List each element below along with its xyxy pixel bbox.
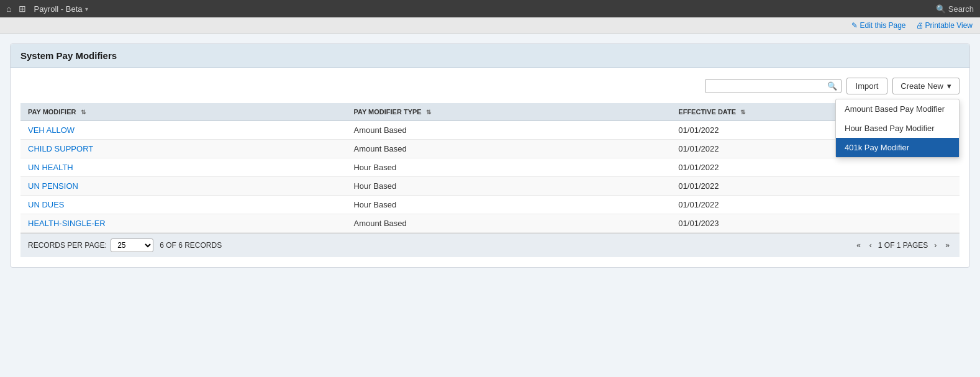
app-title-text: Payroll - Beta bbox=[34, 4, 82, 14]
panel-body: 🔍 Import Create New ▾ Amount Based Pay M… bbox=[11, 68, 969, 267]
app-title-chevron[interactable]: ▾ bbox=[85, 6, 88, 12]
effective-date-cell: 01/01/2022 bbox=[671, 196, 960, 214]
dropdown-item-amount-based[interactable]: Amount Based Pay Modifier bbox=[836, 99, 959, 119]
dropdown-item-401k[interactable]: 401k Pay Modifier bbox=[836, 138, 959, 157]
panel-header: System Pay Modifiers bbox=[11, 44, 969, 68]
pay-modifier-cell: UN HEALTH bbox=[20, 158, 346, 177]
import-button[interactable]: Import bbox=[846, 78, 888, 94]
table-row: CHILD SUPPORTAmount Based01/01/2022 bbox=[20, 140, 960, 158]
sort-icon-pay-modifier-type[interactable]: ⇅ bbox=[426, 109, 431, 116]
records-per-page: RECORDS PER PAGE: 25 50 100 bbox=[28, 238, 153, 252]
records-per-page-select[interactable]: 25 50 100 bbox=[111, 238, 153, 252]
create-new-dropdown: Amount Based Pay Modifier Hour Based Pay… bbox=[835, 99, 960, 158]
app-title: Payroll - Beta ▾ bbox=[34, 4, 88, 14]
pay-modifier-cell: HEALTH-SINGLE-ER bbox=[20, 214, 346, 233]
toolbar-row: 🔍 Import Create New ▾ Amount Based Pay M… bbox=[20, 78, 960, 94]
pay-modifier-type-cell: Amount Based bbox=[346, 121, 671, 140]
first-page-button[interactable]: « bbox=[854, 240, 863, 251]
table-row: UN HEALTHHour Based01/01/2022 bbox=[20, 158, 960, 177]
page-panel: System Pay Modifiers 🔍 Import Create New… bbox=[10, 43, 970, 268]
search-label[interactable]: Search bbox=[948, 4, 974, 14]
print-icon: 🖨 bbox=[916, 21, 923, 30]
effective-date-cell: 01/01/2022 bbox=[671, 158, 960, 177]
pagination-controls: « ‹ 1 OF 1 PAGES › » bbox=[854, 240, 952, 251]
pay-modifier-link[interactable]: CHILD SUPPORT bbox=[28, 144, 93, 153]
last-page-button[interactable]: » bbox=[943, 240, 952, 251]
create-new-label: Create New bbox=[901, 81, 943, 91]
col-pay-modifier: PAY MODIFIER ⇅ bbox=[20, 103, 346, 121]
edit-page-label: Edit this Page bbox=[860, 21, 905, 30]
pagination-row: RECORDS PER PAGE: 25 50 100 6 OF 6 RECOR… bbox=[20, 233, 960, 257]
col-pay-modifier-type: PAY MODIFIER TYPE ⇅ bbox=[346, 103, 671, 121]
printable-view-link[interactable]: 🖨 Printable View bbox=[916, 21, 973, 30]
pay-modifier-cell: CHILD SUPPORT bbox=[20, 140, 346, 158]
search-box[interactable]: 🔍 bbox=[705, 79, 842, 93]
sort-icon-pay-modifier[interactable]: ⇅ bbox=[81, 109, 86, 116]
sort-icon-effective-date[interactable]: ⇅ bbox=[740, 109, 745, 116]
create-new-button[interactable]: Create New ▾ bbox=[892, 78, 960, 94]
table-row: HEALTH-SINGLE-ERAmount Based01/01/2023 bbox=[20, 214, 960, 233]
next-page-button[interactable]: › bbox=[932, 240, 939, 251]
global-search[interactable]: 🔍 Search bbox=[936, 4, 974, 14]
search-input[interactable] bbox=[709, 81, 827, 91]
table-row: VEH ALLOWAmount Based01/01/2022 bbox=[20, 121, 960, 140]
create-new-chevron: ▾ bbox=[947, 81, 951, 91]
prev-page-button[interactable]: ‹ bbox=[867, 240, 874, 251]
home-icon[interactable]: ⌂ bbox=[6, 4, 11, 14]
effective-date-cell: 01/01/2023 bbox=[671, 214, 960, 233]
pay-modifier-link[interactable]: UN DUES bbox=[28, 200, 65, 209]
table-row: UN PENSIONHour Based01/01/2022 bbox=[20, 177, 960, 196]
table-header-row: PAY MODIFIER ⇅ PAY MODIFIER TYPE ⇅ EFFEC… bbox=[20, 103, 960, 121]
pay-modifier-link[interactable]: UN HEALTH bbox=[28, 163, 73, 172]
pay-modifier-type-cell: Hour Based bbox=[346, 196, 671, 214]
records-per-page-label: RECORDS PER PAGE: bbox=[28, 241, 107, 250]
top-nav: ⌂ ⊞ Payroll - Beta ▾ 🔍 Search bbox=[0, 0, 980, 17]
pay-modifier-link[interactable]: HEALTH-SINGLE-ER bbox=[28, 219, 106, 228]
pay-modifier-cell: UN DUES bbox=[20, 196, 346, 214]
action-bar: ✎ Edit this Page 🖨 Printable View bbox=[0, 17, 980, 34]
effective-date-cell: 01/01/2022 bbox=[671, 177, 960, 196]
main-content: System Pay Modifiers 🔍 Import Create New… bbox=[0, 34, 980, 377]
pay-modifier-type-cell: Amount Based bbox=[346, 140, 671, 158]
table-row: UN DUESHour Based01/01/2022 bbox=[20, 196, 960, 214]
pay-modifier-type-cell: Amount Based bbox=[346, 214, 671, 233]
app-switcher-icon[interactable]: ⊞ bbox=[19, 4, 26, 14]
panel-title: System Pay Modifiers bbox=[20, 50, 117, 61]
pay-modifier-type-cell: Hour Based bbox=[346, 158, 671, 177]
dropdown-item-hour-based[interactable]: Hour Based Pay Modifier bbox=[836, 119, 959, 138]
pay-modifiers-table: PAY MODIFIER ⇅ PAY MODIFIER TYPE ⇅ EFFEC… bbox=[20, 103, 960, 233]
edit-page-link[interactable]: ✎ Edit this Page bbox=[851, 21, 905, 30]
records-count: 6 OF 6 RECORDS bbox=[160, 241, 222, 250]
edit-page-icon: ✎ bbox=[851, 21, 858, 30]
search-icon: 🔍 bbox=[936, 4, 946, 14]
pay-modifier-link[interactable]: VEH ALLOW bbox=[28, 125, 75, 135]
page-info: 1 OF 1 PAGES bbox=[878, 241, 928, 250]
printable-view-label: Printable View bbox=[925, 21, 973, 30]
pay-modifier-cell: UN PENSION bbox=[20, 177, 346, 196]
search-icon: 🔍 bbox=[827, 81, 837, 91]
pay-modifier-type-cell: Hour Based bbox=[346, 177, 671, 196]
pay-modifier-link[interactable]: UN PENSION bbox=[28, 181, 78, 191]
pay-modifier-cell: VEH ALLOW bbox=[20, 121, 346, 140]
